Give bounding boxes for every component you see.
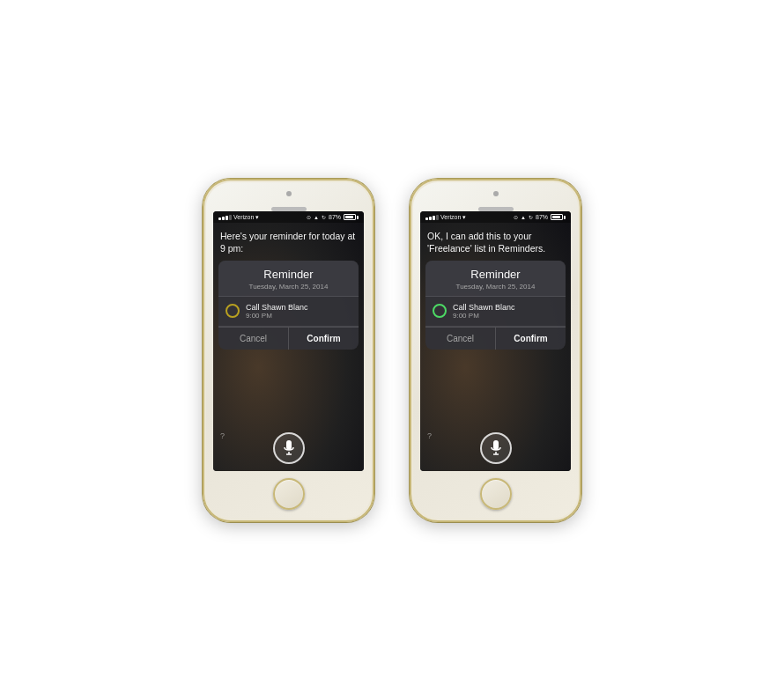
screen-1: Verizon ▾ ⊙ ▲ ↻ 87% Here's [213,211,364,471]
front-camera-2 [493,191,499,196]
reminder-item-1: Call Shawn Blanc 9:00 PM [218,297,359,327]
iphone-device-1: Verizon ▾ ⊙ ▲ ↻ 87% Here's [203,179,374,522]
signal-bar-1 [218,217,221,220]
signal-bar-1 [425,217,428,220]
signal-strength-2 [425,215,439,220]
status-bar-2: Verizon ▾ ⊙ ▲ ↻ 87% [420,211,571,223]
battery-fill-2 [552,216,560,218]
reminder-circle-2 [433,304,447,318]
siri-bottom-2: ? [420,350,571,471]
question-mark-2[interactable]: ? [427,431,432,440]
reminder-header-2: Reminder Tuesday, March 25, 2014 [425,261,566,297]
alarm-icon-2: ⊙ [514,214,518,220]
signal-bar-3 [433,216,435,220]
cancel-button-2[interactable]: Cancel [425,328,495,350]
carrier-label-2: Verizon [440,214,461,220]
rotation-icon-2: ↻ [529,214,533,220]
svg-rect-0 [286,440,292,450]
battery-tip-2 [564,216,566,219]
reminder-header-1: Reminder Tuesday, March 25, 2014 [218,261,359,297]
reminder-item-name-2: Call Shawn Blanc [453,303,515,312]
reminder-card-2: Reminder Tuesday, March 25, 2014 Call Sh… [425,261,566,350]
status-right-1: ⊙ ▲ ↻ 87% [307,214,359,220]
question-mark-1[interactable]: ? [220,431,225,440]
mic-icon-1 [283,440,295,456]
battery-indicator-1 [344,214,359,220]
reminder-item-2: Call Shawn Blanc 9:00 PM [425,297,566,327]
battery-percent-1: 87% [329,214,341,220]
reminder-title-1: Reminder [227,268,350,281]
home-button-2[interactable] [480,478,512,510]
wifi-icon-2: ▾ [462,214,466,221]
card-buttons-2: Cancel Confirm [425,327,566,350]
reminder-title-2: Reminder [434,268,557,281]
rotation-icon-1: ↻ [322,214,326,220]
reminder-item-text-1: Call Shawn Blanc 9:00 PM [246,303,308,320]
mic-button-2[interactable] [480,432,512,464]
earpiece-1 [271,207,307,211]
phone-bottom-2 [411,471,580,520]
wifi-icon-1: ▾ [255,214,259,221]
siri-bottom-1: ? [213,350,364,471]
confirm-button-1[interactable]: Confirm [288,328,359,350]
phone-1: Verizon ▾ ⊙ ▲ ↻ 87% Here's [203,179,374,522]
reminder-item-time-1: 9:00 PM [246,312,308,320]
signal-bar-4 [436,215,439,220]
battery-tip-1 [357,216,359,219]
reminder-date-2: Tuesday, March 25, 2014 [434,283,557,291]
svg-rect-3 [493,440,499,450]
carrier-label-1: Verizon [233,214,254,220]
signal-strength-1 [218,215,232,220]
phone-2: Verizon ▾ ⊙ ▲ ↻ 87% OK, I [410,179,581,522]
status-left-2: Verizon ▾ [425,214,466,221]
front-camera-1 [286,191,292,196]
mic-icon-2 [490,440,502,456]
home-button-1[interactable] [273,478,305,510]
confirm-button-2[interactable]: Confirm [495,328,566,350]
siri-text-2: OK, I can add this to your 'Freelance' l… [420,223,571,261]
reminder-item-name-1: Call Shawn Blanc [246,303,308,312]
battery-percent-2: 87% [536,214,548,220]
status-right-2: ⊙ ▲ ↻ 87% [514,214,566,220]
cancel-button-1[interactable]: Cancel [218,328,288,350]
screen-2: Verizon ▾ ⊙ ▲ ↻ 87% OK, I [420,211,571,471]
battery-fill-1 [345,216,353,218]
signal-bar-4 [229,215,232,220]
signal-bar-2 [429,217,432,220]
location-icon-1: ▲ [314,215,319,220]
phone-top-bar-2 [411,181,580,211]
location-icon-2: ▲ [521,215,526,220]
status-left-1: Verizon ▾ [218,214,259,221]
reminder-item-time-2: 9:00 PM [453,312,515,320]
signal-bar-2 [222,217,225,220]
battery-indicator-2 [551,214,566,220]
phone-top-bar-1 [204,181,373,211]
status-bar-1: Verizon ▾ ⊙ ▲ ↻ 87% [213,211,364,223]
card-buttons-1: Cancel Confirm [218,327,359,350]
signal-bar-3 [226,216,228,220]
iphone-device-2: Verizon ▾ ⊙ ▲ ↻ 87% OK, I [410,179,581,522]
reminder-item-text-2: Call Shawn Blanc 9:00 PM [453,303,515,320]
reminder-date-1: Tuesday, March 25, 2014 [227,283,350,291]
earpiece-2 [478,207,514,211]
reminder-card-1: Reminder Tuesday, March 25, 2014 Call Sh… [218,261,359,350]
battery-body-2 [551,214,563,220]
siri-text-1: Here's your reminder for today at 9 pm: [213,223,364,261]
reminder-circle-1 [226,304,240,318]
battery-body-1 [344,214,356,220]
alarm-icon-1: ⊙ [307,214,311,220]
phone-bottom-1 [204,471,373,520]
mic-button-1[interactable] [273,432,305,464]
